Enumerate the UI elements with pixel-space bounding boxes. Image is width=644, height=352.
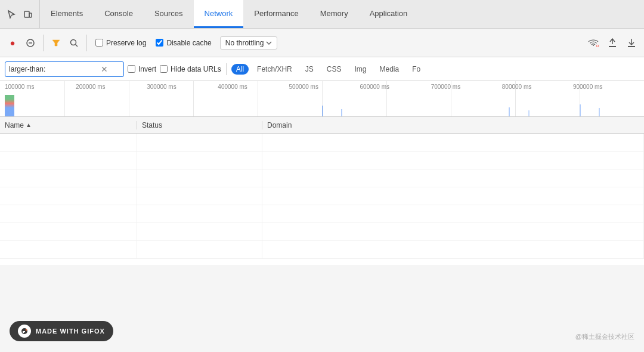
svg-marker-4: [52, 40, 60, 46]
search-input[interactable]: [9, 65, 98, 73]
timeline-label-9: 900000 ms: [573, 84, 644, 90]
table-row: [0, 241, 644, 259]
filter-bar: ✕ Invert Hide data URLs All Fetch/XHR JS…: [0, 57, 644, 81]
column-header-domain[interactable]: Domain: [262, 121, 644, 129]
tab-sources[interactable]: Sources: [144, 0, 194, 28]
table-row: [0, 205, 644, 223]
tab-bar: Elements Console Sources Network Perform…: [0, 0, 644, 29]
filter-type-js[interactable]: JS: [301, 64, 318, 75]
timeline-label-8: 800000 ms: [502, 84, 573, 90]
timeline-label-7: 700000 ms: [431, 84, 502, 90]
wifi-icon-button[interactable]: [586, 35, 601, 51]
watermark: @稀土掘金技术社区: [575, 332, 634, 341]
timeline-bar: 100000 ms 200000 ms 300000 ms 400000 ms …: [0, 81, 644, 117]
timeline-label-5: 500000 ms: [289, 84, 360, 90]
record-button[interactable]: ●: [5, 35, 20, 51]
toolbar-right: [586, 35, 639, 51]
filter-type-fetch-xhr[interactable]: Fetch/XHR: [252, 64, 297, 75]
disable-cache-checkbox-group[interactable]: Disable cache: [152, 39, 215, 47]
gifox-badge: MADE WITH GIFOX: [10, 321, 113, 341]
filter-type-all[interactable]: All: [231, 64, 249, 75]
cursor-icon[interactable]: [5, 8, 18, 21]
table-row: [0, 223, 644, 241]
preserve-log-checkbox-group[interactable]: Preserve log: [92, 39, 150, 47]
svg-point-5: [71, 39, 76, 45]
toolbar-sep-2: [86, 35, 87, 51]
tab-elements[interactable]: Elements: [40, 0, 94, 28]
column-header-name[interactable]: Name: [0, 121, 137, 129]
empty-rows: [0, 134, 644, 265]
timeline-label-2: 200000 ms: [76, 84, 147, 90]
search-icon-button[interactable]: [66, 35, 82, 51]
import-icon-button[interactable]: [605, 35, 620, 51]
toolbar-sep-1: [43, 35, 44, 51]
network-spike-3: [509, 107, 510, 116]
column-header-status[interactable]: Status: [137, 121, 262, 129]
network-toolbar: ● Preserve log Disable cache No throttli…: [0, 29, 644, 57]
waterfall-line-3: [193, 81, 194, 116]
hide-data-urls-checkbox-group[interactable]: Hide data URLs: [160, 65, 221, 73]
svg-rect-1: [29, 13, 32, 17]
network-spike-4: [528, 110, 530, 116]
timeline-label-4: 400000 ms: [218, 84, 289, 90]
tab-performance[interactable]: Performance: [243, 0, 309, 28]
waterfall-line-7: [451, 81, 451, 116]
tab-console[interactable]: Console: [94, 0, 144, 28]
waterfall-line-1: [64, 81, 65, 116]
network-spike-5: [580, 104, 581, 116]
tab-items: Elements Console Sources Network Perform…: [40, 0, 644, 28]
waterfall-line-4: [258, 81, 258, 116]
timeline-label-6: 600000 ms: [360, 84, 431, 90]
filter-type-media[interactable]: Media: [374, 64, 404, 75]
table-body: MADE WITH GIFOX @稀土掘金技术社区: [0, 134, 644, 352]
filter-type-fo[interactable]: Fo: [407, 64, 425, 75]
network-spike-2: [341, 109, 342, 116]
gifox-logo: [18, 325, 31, 338]
network-spike-1: [322, 106, 323, 116]
table-row: [0, 169, 644, 187]
clear-search-button[interactable]: ✕: [101, 65, 108, 73]
table-row: [0, 134, 644, 152]
device-icon[interactable]: [21, 8, 35, 21]
table-row: [0, 187, 644, 205]
svg-line-6: [76, 44, 78, 47]
stop-button[interactable]: [23, 35, 38, 51]
svg-point-11: [26, 329, 27, 331]
timeline-label-3: 300000 ms: [147, 84, 218, 90]
waterfall-line-2: [129, 81, 129, 116]
filter-type-img[interactable]: Img: [349, 64, 371, 75]
devtools-icons: [0, 0, 40, 28]
invert-checkbox[interactable]: [128, 65, 135, 73]
tab-application[interactable]: Application: [359, 0, 419, 28]
tab-memory[interactable]: Memory: [309, 0, 359, 28]
table-row: [0, 152, 644, 169]
timeline-label-1: 100000 ms: [5, 84, 76, 90]
waterfall-line-6: [386, 81, 387, 116]
network-activity-bar: [5, 95, 14, 116]
export-icon-button[interactable]: [624, 35, 639, 51]
filter-type-css[interactable]: CSS: [322, 64, 346, 75]
preserve-log-checkbox[interactable]: [95, 39, 103, 47]
filter-icon-button[interactable]: [48, 35, 64, 51]
throttle-select[interactable]: No throttling: [220, 36, 278, 50]
invert-checkbox-group[interactable]: Invert: [128, 65, 156, 73]
tab-network[interactable]: Network: [194, 0, 244, 28]
svg-rect-0: [24, 11, 29, 17]
waterfall-line-8: [515, 81, 516, 116]
filter-sep: [226, 63, 227, 75]
search-input-wrap: ✕: [5, 61, 124, 77]
table-header: Name Status Domain: [0, 117, 644, 134]
disable-cache-checkbox[interactable]: [156, 39, 163, 47]
hide-data-urls-checkbox[interactable]: [160, 65, 168, 73]
network-spike-6: [599, 108, 600, 116]
